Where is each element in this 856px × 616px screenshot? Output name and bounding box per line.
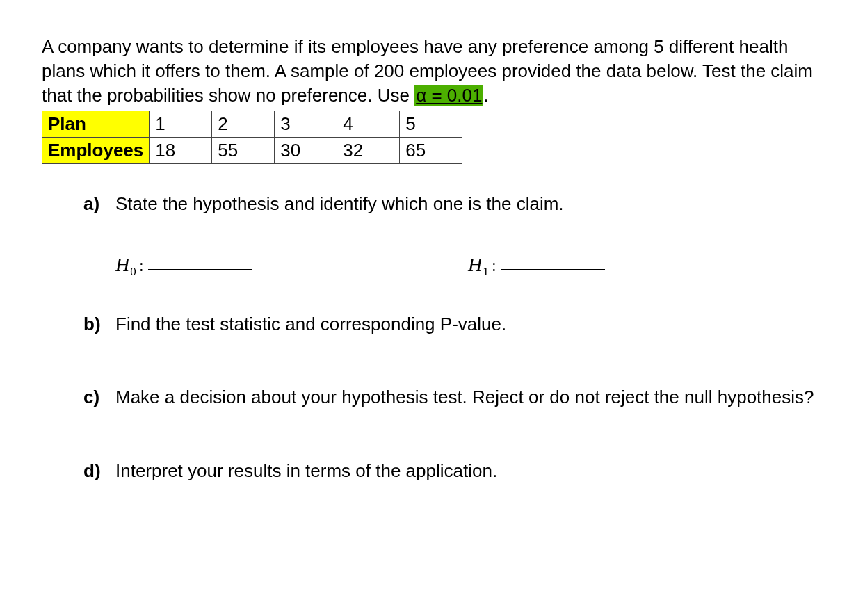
question-body-b: Find the test statistic and correspondin… <box>115 312 814 337</box>
question-c: c) Make a decision about your hypothesis… <box>83 385 814 410</box>
h1-blank <box>501 254 605 270</box>
question-a: a) State the hypothesis and identify whi… <box>83 192 814 216</box>
employees-cell: 32 <box>337 138 400 164</box>
h1-block: H1 : <box>468 252 605 278</box>
plan-cell: 3 <box>275 111 337 138</box>
data-table: Plan 1 2 3 4 5 Employees 18 55 30 32 65 <box>42 111 462 164</box>
question-list: a) State the hypothesis and identify whi… <box>83 192 814 483</box>
h1-subscript: 1 <box>483 264 489 280</box>
question-label-b: b) <box>83 312 115 337</box>
h0-block: H0 : <box>115 252 252 278</box>
question-body-c: Make a decision about your hypothesis te… <box>115 385 814 410</box>
employees-cell: 55 <box>212 138 275 164</box>
h0-colon: : <box>139 253 144 277</box>
problem-statement: A company wants to determine if its empl… <box>42 35 814 108</box>
employees-cell: 65 <box>400 138 462 164</box>
plan-cell: 1 <box>150 111 212 138</box>
question-body-d: Interpret your results in terms of the a… <box>115 459 814 483</box>
h0-subscript: 0 <box>130 264 136 280</box>
alpha-highlight: α = 0.01 <box>414 85 483 106</box>
h0-blank <box>148 254 252 270</box>
h0-symbol: H <box>115 252 129 278</box>
row-header-plan: Plan <box>42 111 150 138</box>
table-row: Plan 1 2 3 4 5 <box>42 111 462 138</box>
question-b: b) Find the test statistic and correspon… <box>83 312 814 337</box>
question-d: d) Interpret your results in terms of th… <box>83 459 814 483</box>
question-label-d: d) <box>83 459 115 483</box>
employees-cell: 30 <box>275 138 337 164</box>
h1-colon: : <box>492 253 496 277</box>
question-body-a: State the hypothesis and identify which … <box>115 192 814 216</box>
employees-cell: 18 <box>150 138 212 164</box>
table-row: Employees 18 55 30 32 65 <box>42 138 462 164</box>
hypothesis-line: H0 : H1 : <box>115 252 814 278</box>
plan-cell: 4 <box>337 111 400 138</box>
row-header-employees: Employees <box>42 138 150 164</box>
problem-text-after: . <box>483 85 488 106</box>
h1-symbol: H <box>468 252 482 278</box>
plan-cell: 5 <box>400 111 462 138</box>
question-label-a: a) <box>83 192 115 216</box>
plan-cell: 2 <box>212 111 275 138</box>
question-label-c: c) <box>83 385 115 410</box>
